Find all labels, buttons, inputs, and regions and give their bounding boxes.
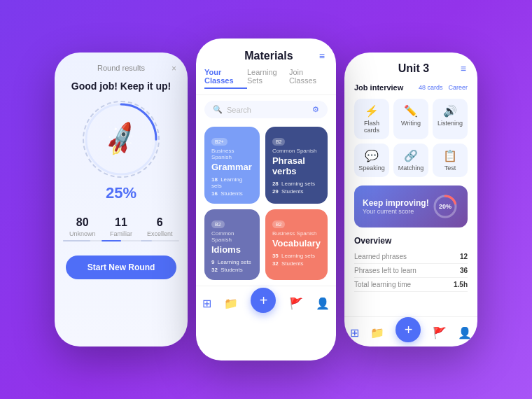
writing-label: Writing	[398, 120, 424, 127]
job-meta: 48 cards Career	[419, 84, 468, 91]
tab-your-classes[interactable]: Your Classes	[204, 68, 247, 89]
round-results-header: Round results ×	[55, 52, 188, 78]
job-interview-label: Job interview	[354, 83, 403, 92]
unit-title: Unit 3	[367, 62, 461, 75]
card-grammar-title: Grammar	[211, 162, 253, 172]
overview-time: Total learning time 1.5h	[354, 278, 468, 292]
close-button[interactable]: ×	[172, 64, 176, 74]
good-job-text: Good job! Keep it up!	[55, 78, 188, 97]
card-vocabulary[interactable]: B2 Business Spanish Vocabulary 35 Learni…	[265, 209, 328, 280]
card-phrasal-badge: B2	[272, 138, 286, 146]
search-icon: 🔍	[213, 105, 223, 114]
card-grammar-subtitle: Business Spanish	[211, 148, 253, 160]
overview-learned-val: 12	[460, 253, 468, 260]
banner-percent: 20%	[439, 203, 451, 210]
card-idioms-sets: 9 Learning sets	[211, 259, 253, 265]
listening-icon: 🔊	[437, 104, 463, 118]
stats-row: 80 Unknown 11 Familiar 6 Excellent	[55, 211, 188, 250]
nav-folder-icon[interactable]: 📁	[224, 297, 238, 310]
card-vocab-title: Vocabulary	[272, 238, 321, 248]
stat-familiar-label: Familiar	[102, 230, 140, 237]
test-label: Test	[437, 164, 463, 172]
right-nav-folder-icon[interactable]: 📁	[370, 326, 384, 340]
overview-title: Overview	[354, 236, 468, 246]
menu-icon[interactable]: ≡	[319, 50, 325, 62]
card-phrasal-title: Phrasal verbs	[272, 155, 321, 176]
tabs-row: Your Classes Learning Sets Join Classes	[196, 68, 336, 95]
overview-section: Overview Learned phrases 12 Phrases left…	[344, 233, 477, 298]
card-idioms-title: Idioms	[211, 244, 253, 255]
stat-unknown-number: 80	[63, 216, 102, 229]
tab-learning-sets[interactable]: Learning Sets	[247, 68, 289, 89]
overview-learned-key: Learned phrases	[354, 253, 407, 260]
activity-flash-cards[interactable]: ⚡ Flash cards	[354, 99, 389, 139]
flash-cards-label: Flash cards	[358, 120, 385, 134]
overview-left-val: 36	[460, 267, 468, 274]
materials-title: Materials	[218, 50, 319, 62]
listening-label: Listening	[437, 120, 463, 127]
banner-progress-circle: 20%	[431, 192, 459, 220]
activity-speaking[interactable]: 💬 Speaking	[354, 144, 389, 177]
search-bar[interactable]: 🔍 Search ⚙	[204, 101, 328, 118]
flash-cards-icon: ⚡	[358, 104, 385, 118]
nav-flag-icon[interactable]: 🚩	[289, 297, 303, 310]
activity-test[interactable]: 📋 Test	[433, 144, 468, 177]
banner-subtitle: Your current score	[363, 208, 429, 215]
activity-writing[interactable]: ✏️ Writing	[393, 99, 428, 139]
job-category: Career	[448, 84, 468, 91]
card-idioms[interactable]: B2 Common Spanish Idioms 9 Learning sets…	[204, 209, 260, 280]
unit-header: Unit 3 ≡	[344, 52, 477, 80]
activity-grid: ⚡ Flash cards ✏️ Writing 🔊 Listening 💬 S…	[344, 96, 477, 183]
right-nav-home-icon[interactable]: ⊞	[350, 326, 359, 340]
stat-excellent: 6 Excellent	[141, 216, 179, 241]
stat-excellent-label: Excellent	[141, 230, 179, 237]
stat-familiar: 11 Familiar	[102, 216, 140, 241]
card-vocab-students: 32 Students	[272, 260, 321, 267]
writing-icon: ✏️	[398, 104, 424, 118]
stat-unknown-label: Unknown	[63, 230, 102, 237]
activity-matching[interactable]: 🔗 Matching	[393, 144, 428, 177]
fab-button[interactable]: +	[251, 288, 276, 313]
card-grammar[interactable]: B2+ Business Spanish Grammar 18 Learning…	[204, 127, 260, 204]
card-grammar-sets: 18 Learning sets	[211, 176, 253, 189]
test-icon: 📋	[437, 149, 463, 162]
center-bottom-nav: ⊞ 📁 + 🚩 👤	[196, 286, 336, 317]
start-new-round-button[interactable]: Start New Round	[66, 255, 176, 279]
speaking-icon: 💬	[358, 149, 385, 162]
nav-home-icon[interactable]: ⊞	[202, 297, 211, 310]
matching-label: Matching	[398, 164, 424, 172]
tab-join-classes[interactable]: Join Classes	[289, 68, 328, 89]
materials-header: Materials ≡	[196, 38, 336, 68]
card-phrasal-students: 29 Students	[272, 188, 321, 195]
percent-display: 25%	[55, 181, 188, 211]
overview-learned: Learned phrases 12	[354, 250, 468, 264]
overview-time-val: 1.5h	[454, 281, 468, 288]
activity-listening[interactable]: 🔊 Listening	[433, 99, 468, 139]
card-vocab-subtitle: Business Spanish	[272, 230, 321, 237]
job-cards-count: 48 cards	[419, 84, 443, 91]
right-menu-icon[interactable]: ≡	[461, 63, 466, 74]
job-interview-row: Job interview 48 cards Career	[344, 80, 477, 96]
rocket-container: 🚀	[55, 97, 188, 181]
right-nav-profile-icon[interactable]: 👤	[458, 326, 472, 340]
speaking-label: Speaking	[358, 164, 385, 172]
card-vocab-sets: 35 Learning sets	[272, 253, 321, 259]
card-idioms-students: 32 Students	[211, 267, 253, 273]
card-phrasal-verbs[interactable]: B2 Common Spanish Phrasal verbs 28 Learn…	[265, 127, 328, 204]
round-results-title: Round results	[97, 64, 145, 72]
filter-icon[interactable]: ⚙	[312, 105, 319, 114]
right-bottom-nav: ⊞ 📁 + 🚩 👤	[344, 316, 477, 346]
card-idioms-subtitle: Common Spanish	[211, 230, 253, 243]
nav-profile-icon[interactable]: 👤	[316, 297, 330, 310]
rocket-circle: 🚀	[83, 101, 160, 178]
card-grammar-students: 16 Students	[211, 190, 253, 197]
search-placeholder: Search	[227, 106, 312, 114]
right-nav-flag-icon[interactable]: 🚩	[433, 326, 447, 340]
card-vocab-badge: B2	[272, 220, 286, 228]
keep-improving-banner: Keep improving! Your current score 20%	[354, 186, 468, 227]
cards-grid: B2+ Business Spanish Grammar 18 Learning…	[196, 124, 336, 286]
right-fab-button[interactable]: +	[396, 317, 421, 342]
card-idioms-badge: B2	[211, 220, 225, 228]
card-phrasal-sets: 28 Learning sets	[272, 181, 321, 187]
banner-title: Keep improving!	[363, 198, 429, 208]
